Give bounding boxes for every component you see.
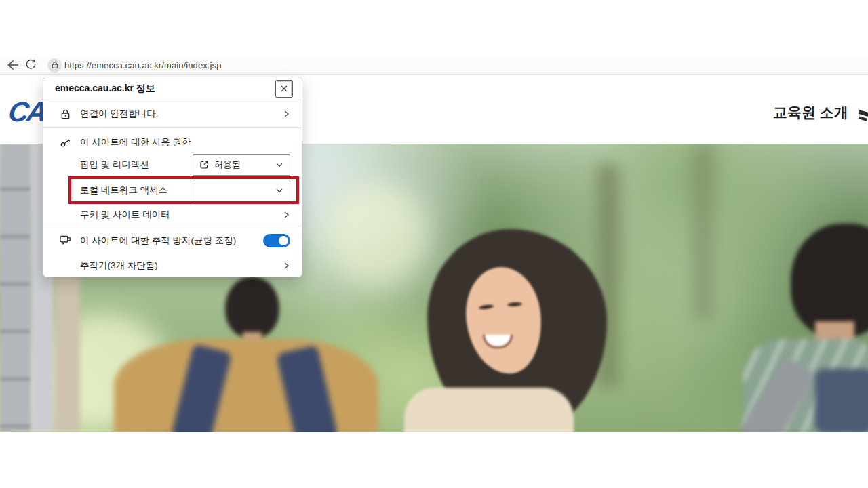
chevron-right-icon (282, 110, 290, 118)
back-arrow-icon (5, 58, 19, 72)
popup-title: emecca.cau.ac.kr 정보 (55, 83, 155, 95)
nav-item-about[interactable]: 교육원 소개 (773, 103, 848, 122)
key-icon (58, 136, 72, 149)
tracking-prevention-icon (58, 235, 72, 246)
tracking-prevention-toggle[interactable] (263, 234, 290, 247)
tree-trunk (692, 144, 715, 320)
close-button[interactable] (275, 80, 293, 98)
site-info-popup: emecca.cau.ac.kr 정보 연결이 안전합니다. (43, 77, 302, 277)
external-link-icon (199, 160, 209, 169)
browser-toolbar: https://emecca.cau.ac.kr/main/index.jsp (0, 56, 868, 75)
cau-logo[interactable]: CA (7, 96, 47, 128)
chevron-down-icon (275, 186, 283, 195)
address-bar[interactable]: https://emecca.cau.ac.kr/main/index.jsp (64, 60, 222, 70)
man-jacket (114, 339, 378, 432)
permissions-title-row: 이 사이트에 대한 사용 권한 (43, 132, 302, 152)
popups-permission-select[interactable]: 허용됨 (193, 154, 290, 176)
refresh-icon (25, 59, 37, 71)
tracking-prevention-row: 이 사이트에 대한 추적 방지(균형 조정) (43, 226, 302, 254)
chevron-right-icon (282, 211, 290, 219)
popup-header: emecca.cau.ac.kr 정보 (43, 77, 302, 100)
chevron-down-icon (275, 161, 283, 169)
back-button[interactable] (3, 57, 22, 73)
site-info-button[interactable] (47, 58, 62, 73)
toggle-knob (279, 236, 288, 245)
chevron-right-icon (282, 262, 290, 270)
man-head (225, 277, 279, 339)
local-network-label: 로컬 네트워크 액세스 (80, 184, 167, 197)
tracking-prevention-label: 이 사이트에 대한 추적 방지(균형 조정) (80, 235, 236, 247)
right-person-backpack (815, 369, 868, 432)
browser-window: https://emecca.cau.ac.kr/main/index.jsp … (0, 0, 868, 488)
partial-nav-item (858, 110, 868, 117)
lock-icon (58, 108, 72, 120)
refresh-button[interactable] (22, 57, 41, 73)
popups-label: 팝업 및 리디렉션 (80, 159, 149, 171)
close-icon (280, 85, 288, 93)
trackers-row[interactable]: 추적기(3개 차단됨) (43, 254, 302, 277)
popups-permission-row: 팝업 및 리디렉션 허용됨 (43, 152, 302, 176)
popups-permission-value: 허용됨 (214, 159, 241, 171)
secure-connection-label: 연결이 안전합니다. (80, 108, 159, 120)
local-network-permission-row: 로컬 네트워크 액세스 (43, 176, 302, 204)
permissions-title: 이 사이트에 대한 사용 권한 (80, 136, 191, 148)
cookies-label: 쿠키 및 사이트 데이터 (80, 209, 170, 221)
secure-connection-row[interactable]: 연결이 안전합니다. (43, 100, 302, 128)
light-foliage (326, 184, 427, 286)
woman-shirt (404, 388, 574, 432)
local-network-select[interactable] (193, 180, 290, 201)
cookies-row[interactable]: 쿠키 및 사이트 데이터 (43, 204, 302, 226)
lock-icon (51, 61, 59, 69)
building-pillar (0, 144, 31, 432)
trackers-label: 추적기(3개 차단됨) (80, 260, 158, 272)
